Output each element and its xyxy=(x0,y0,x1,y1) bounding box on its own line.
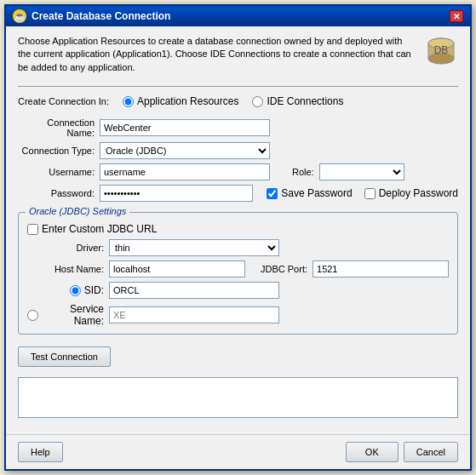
radio-app-resources[interactable]: Application Resources xyxy=(123,95,238,107)
role-label: Role: xyxy=(292,167,314,177)
cancel-button[interactable]: Cancel xyxy=(404,442,458,462)
oracle-settings-section: Oracle (JDBC) Settings Enter Custom JDBC… xyxy=(18,212,458,335)
username-role-row: Username: Role: SYSDBA SYSOPER xyxy=(18,163,458,180)
driver-select[interactable]: thin oci kprb xyxy=(109,239,279,256)
svg-text:DB: DB xyxy=(434,44,449,56)
host-port-row: Host Name: JDBC Port: xyxy=(27,260,449,278)
ok-button[interactable]: OK xyxy=(346,442,399,462)
connection-name-label: Connection Name: xyxy=(18,117,95,138)
title-bar: ☕ Create Database Connection ✕ xyxy=(6,6,470,26)
footer-right: OK Cancel xyxy=(346,442,458,462)
close-button[interactable]: ✕ xyxy=(450,10,463,22)
oracle-settings-content: Enter Custom JDBC URL Driver: thin oci k… xyxy=(27,223,449,327)
dialog-body: Choose Application Resources to create a… xyxy=(6,26,470,434)
oracle-settings-title: Oracle (JDBC) Settings xyxy=(26,206,129,216)
app-icon: ☕ xyxy=(13,9,26,23)
sid-row: SID: xyxy=(27,282,449,299)
deploy-password-label[interactable]: Deploy Password xyxy=(379,187,458,199)
role-select[interactable]: SYSDBA SYSOPER xyxy=(319,163,404,180)
driver-row: Driver: thin oci kprb xyxy=(27,239,449,256)
intro-text: Choose Application Resources to create a… xyxy=(18,35,416,74)
footer: Help OK Cancel xyxy=(6,434,470,469)
dialog-title: Create Database Connection xyxy=(32,10,170,22)
radio-app-resources-input[interactable] xyxy=(123,96,134,107)
service-name-label-group: Service Name: xyxy=(27,303,104,327)
test-connection-area: Test Connection xyxy=(18,346,458,367)
jdbc-port-input[interactable] xyxy=(313,260,449,278)
username-input[interactable] xyxy=(100,163,270,180)
help-button[interactable]: Help xyxy=(18,442,63,462)
save-password-group: Save Password xyxy=(267,187,352,199)
connection-type-label: Connection Type: xyxy=(18,146,95,156)
driver-label: Driver: xyxy=(27,243,104,253)
host-label: Host Name: xyxy=(27,264,104,274)
create-connection-in-group: Create Connection In: Application Resour… xyxy=(18,95,458,107)
main-form: Connection Name: Connection Type: Oracle… xyxy=(18,117,458,202)
sid-input[interactable] xyxy=(109,282,279,299)
radio-ide-connections-input[interactable] xyxy=(252,96,263,107)
save-password-checkbox[interactable] xyxy=(267,188,278,199)
service-name-input[interactable] xyxy=(109,306,279,323)
password-input[interactable] xyxy=(100,185,253,202)
password-label: Password: xyxy=(18,188,95,198)
custom-jdbc-row: Enter Custom JDBC URL xyxy=(27,223,449,235)
jdbc-port-label: JDBC Port: xyxy=(261,264,307,274)
connection-name-row: Connection Name: xyxy=(18,117,458,138)
connection-name-input[interactable] xyxy=(100,119,270,136)
service-name-label[interactable]: Service Name: xyxy=(42,303,104,327)
connection-type-row: Connection Type: Oracle (JDBC) xyxy=(18,142,458,159)
sid-label[interactable]: SID: xyxy=(84,284,104,296)
log-area xyxy=(18,377,458,418)
host-input[interactable] xyxy=(109,260,245,278)
custom-jdbc-checkbox[interactable] xyxy=(27,224,38,235)
db-icon: DB xyxy=(424,35,458,69)
dialog: ☕ Create Database Connection ✕ Choose Ap… xyxy=(4,4,472,471)
sid-radio[interactable] xyxy=(70,285,81,296)
service-name-row: Service Name: xyxy=(27,303,449,327)
radio-ide-connections[interactable]: IDE Connections xyxy=(252,95,343,107)
custom-jdbc-label[interactable]: Enter Custom JDBC URL xyxy=(42,223,157,235)
connection-type-select[interactable]: Oracle (JDBC) xyxy=(100,142,270,159)
username-label: Username: xyxy=(18,167,95,177)
title-bar-left: ☕ Create Database Connection xyxy=(13,9,170,23)
create-connection-label: Create Connection In: xyxy=(18,96,109,106)
deploy-password-checkbox[interactable] xyxy=(364,188,376,199)
intro-area: Choose Application Resources to create a… xyxy=(18,35,458,74)
deploy-password-group: Deploy Password xyxy=(364,187,458,199)
sid-label-group: SID: xyxy=(27,284,104,296)
password-row: Password: Save Password Deploy Password xyxy=(18,185,458,202)
save-password-label[interactable]: Save Password xyxy=(281,187,352,199)
separator-top xyxy=(18,86,458,87)
service-name-radio[interactable] xyxy=(27,310,38,321)
test-connection-button[interactable]: Test Connection xyxy=(18,346,111,367)
